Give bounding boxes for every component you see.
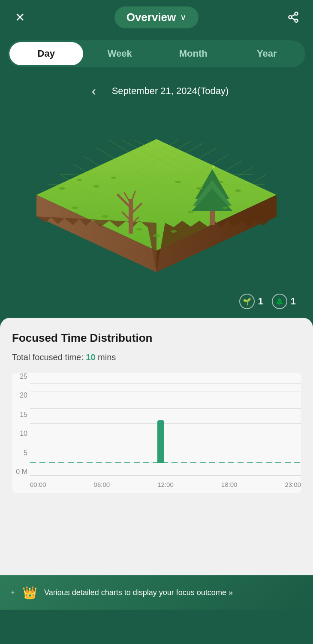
- svg-point-48: [77, 179, 82, 181]
- svg-point-52: [196, 187, 203, 190]
- chart-bar-1200: [157, 420, 164, 463]
- dead-tree-count: 1: [258, 296, 263, 307]
- svg-point-60: [136, 228, 142, 231]
- date-navigation: ‹ September 21, 2024(Today): [0, 76, 313, 109]
- y-label-5: 5: [12, 449, 30, 457]
- svg-point-58: [223, 207, 228, 209]
- focused-time-card: Focused Time Distribution Total focused …: [0, 318, 313, 575]
- header-title: Overview: [126, 11, 176, 24]
- grid-line-10: [30, 408, 301, 409]
- x-label-1200: 12:00: [157, 481, 174, 488]
- tab-month[interactable]: Month: [156, 42, 230, 65]
- chart-y-labels: 25 20 15 10 5 0 M: [12, 373, 30, 476]
- tab-container: Day Week Month Year: [8, 40, 305, 67]
- star-icon: ✦: [10, 589, 15, 596]
- total-time-row: Total focused time: 10 mins: [12, 352, 301, 362]
- card-title: Focused Time Distribution: [12, 331, 301, 345]
- y-label-20: 20: [12, 392, 30, 399]
- overview-title-pill[interactable]: Overview ∨: [114, 6, 199, 28]
- isometric-forest: [11, 113, 302, 294]
- current-date-label: September 21, 2024(Today): [112, 85, 229, 97]
- svg-point-47: [59, 187, 66, 190]
- chevron-down-icon: ∨: [180, 12, 187, 22]
- tab-day[interactable]: Day: [9, 42, 83, 65]
- y-label-25: 25: [12, 373, 30, 380]
- y-label-10: 10: [12, 430, 30, 437]
- x-label-2300: 23:00: [285, 481, 301, 488]
- live-tree-icon: 🌲: [272, 294, 287, 309]
- svg-line-3: [292, 18, 295, 20]
- chart-container: 25 20 15 10 5 0 M 00:00 06:00 12:00 18:0…: [12, 373, 301, 493]
- grid-line-25: [30, 383, 301, 384]
- grid-line-5: [30, 423, 301, 424]
- forest-canvas: [11, 113, 302, 294]
- prev-date-button[interactable]: ‹: [84, 82, 103, 100]
- dead-tree-badge: 🌱 1: [239, 294, 263, 309]
- dashed-baseline: [30, 462, 301, 463]
- y-label-15: 15: [12, 411, 30, 419]
- x-label-0600: 06:00: [94, 481, 110, 488]
- tree-badges: 🌱 1 🌲 1: [239, 294, 313, 318]
- svg-point-49: [93, 185, 99, 188]
- chart-x-labels: 00:00 06:00 12:00 18:00 23:00: [30, 476, 301, 493]
- svg-point-53: [218, 181, 223, 183]
- grid-line-15: [30, 400, 301, 400]
- tab-bar: Day Week Month Year: [0, 34, 313, 76]
- svg-point-57: [188, 211, 194, 213]
- total-time-value: 10: [86, 352, 95, 362]
- y-label-0: 0 M: [12, 468, 30, 476]
- crown-icon: 👑: [22, 586, 37, 600]
- svg-point-54: [235, 189, 241, 192]
- svg-point-59: [153, 234, 160, 237]
- bottom-banner[interactable]: ✦ 👑 Various detailed charts to display y…: [0, 575, 313, 610]
- banner-text: Various detailed charts to display your …: [44, 588, 233, 597]
- svg-line-4: [292, 15, 295, 17]
- x-label-0000: 00:00: [30, 481, 46, 488]
- share-icon: [287, 11, 299, 23]
- live-tree-badge: 🌲 1: [272, 294, 296, 309]
- total-time-suffix: mins: [96, 352, 116, 362]
- x-label-1800: 18:00: [221, 481, 238, 488]
- close-button[interactable]: ✕: [10, 8, 29, 27]
- live-tree-count: 1: [291, 296, 296, 307]
- dead-tree-icon: 🌱: [239, 294, 255, 309]
- svg-point-61: [171, 230, 177, 233]
- grid-line-20: [30, 392, 301, 392]
- forest-scene: 🌱 1 🌲 1: [0, 109, 313, 318]
- svg-rect-35: [129, 199, 133, 234]
- tab-week[interactable]: Week: [83, 42, 157, 65]
- share-button[interactable]: [284, 8, 303, 27]
- svg-point-50: [111, 177, 116, 179]
- total-time-prefix: Total focused time:: [12, 352, 86, 362]
- svg-point-51: [175, 181, 181, 183]
- svg-point-56: [102, 215, 108, 218]
- tab-year[interactable]: Year: [230, 42, 304, 65]
- svg-point-55: [72, 207, 78, 209]
- header: ✕ Overview ∨: [0, 0, 313, 34]
- chart-plot-area: [30, 373, 301, 476]
